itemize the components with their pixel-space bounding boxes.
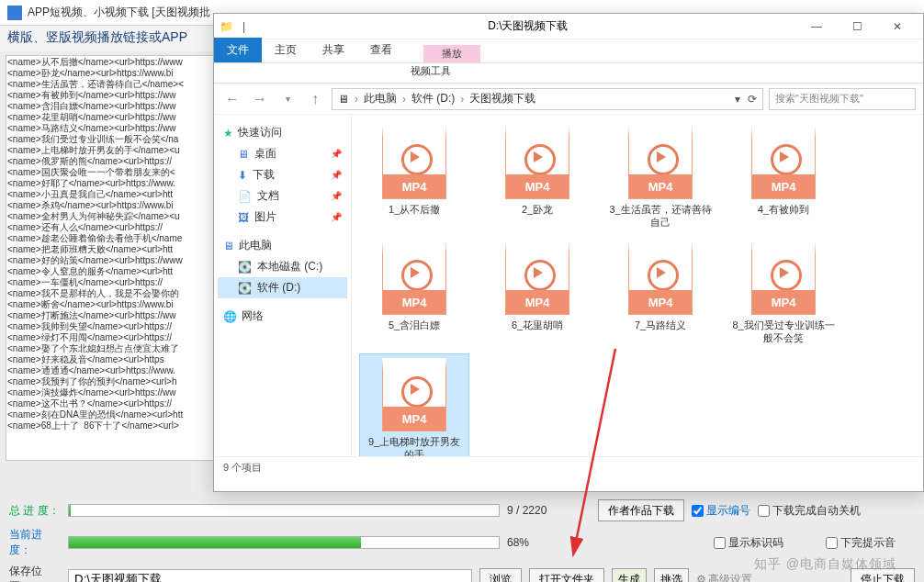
file-item[interactable]: MP42_卧龙 xyxy=(482,122,592,232)
show-code-checkbox[interactable]: 显示标识码 xyxy=(714,535,783,551)
maximize-button[interactable]: ☐ xyxy=(837,14,877,39)
file-item[interactable]: MP46_花里胡哨 xyxy=(482,238,592,348)
total-progress-label: 总 进 度： xyxy=(9,503,61,519)
done-sound-checkbox[interactable]: 下完提示音 xyxy=(826,535,896,551)
file-name: 4_有被帅到 xyxy=(732,203,835,216)
sidebar-item-desktop[interactable]: 🖥桌面📌 xyxy=(218,143,347,164)
nav-forward-button[interactable]: → xyxy=(249,88,271,110)
window-path: D:\天图视频下载 xyxy=(488,18,568,34)
pick-button[interactable]: 挑选 xyxy=(654,568,689,582)
file-item[interactable]: MP44_有被帅到 xyxy=(728,122,839,232)
search-input[interactable]: 搜索"天图视频下载" xyxy=(769,88,916,110)
file-item[interactable]: MP43_生活虽苦，还请善待自己 xyxy=(605,122,716,232)
current-progress-text: 68% xyxy=(507,536,529,549)
sidebar-this-pc[interactable]: 🖥此电脑 xyxy=(218,235,347,256)
nav-back-button[interactable]: ← xyxy=(221,88,243,110)
save-location-label: 保存位置： xyxy=(9,564,61,582)
current-progress-bar xyxy=(68,536,500,549)
mp4-icon: MP4 xyxy=(628,241,693,315)
author-download-button[interactable]: 作者作品下载 xyxy=(598,499,684,521)
folder-icon: 📁 xyxy=(220,20,233,33)
file-name: 3_生活虽苦，还请善待自己 xyxy=(609,203,712,229)
file-item[interactable]: MP47_马路结义 xyxy=(605,238,716,348)
open-folder-button[interactable]: 打开文件夹 xyxy=(529,568,604,582)
explorer-content[interactable]: MP41_从不后撤MP42_卧龙MP43_生活虽苦，还请善待自己MP44_有被帅… xyxy=(352,115,923,456)
sidebar-item-pictures[interactable]: 🖼图片📌 xyxy=(218,207,347,228)
tab-view[interactable]: 查看 xyxy=(357,38,405,62)
address-bar-row: ← → ▾ ↑ 🖥› 此电脑› 软件 (D:)› 天图视频下载 ▾ ⟳ 搜索"天… xyxy=(214,84,923,115)
mp4-icon: MP4 xyxy=(382,241,446,315)
sidebar-item-downloads[interactable]: ⬇下载📌 xyxy=(218,164,347,185)
file-item[interactable]: MP41_从不后撤 xyxy=(359,122,469,232)
app-icon xyxy=(7,6,22,20)
total-progress-bar xyxy=(68,504,500,517)
mp4-icon: MP4 xyxy=(382,126,446,199)
dropdown-icon[interactable]: ▾ xyxy=(735,93,740,106)
minimize-button[interactable]: — xyxy=(796,14,837,39)
file-name: 5_含泪白嫖 xyxy=(363,319,466,331)
breadcrumb[interactable]: 🖥› 此电脑› 软件 (D:)› 天图视频下载 ▾ ⟳ xyxy=(332,88,763,110)
mp4-icon: MP4 xyxy=(382,358,446,431)
file-name: 2_卧龙 xyxy=(486,203,589,216)
file-explorer-window: 📁 | D:\天图视频下载 — ☐ ✕ 文件 主页 共享 查看 播放 视频工具 … xyxy=(213,13,924,492)
auto-shutdown-checkbox[interactable]: 下载完成自动关机 xyxy=(758,503,861,519)
file-item[interactable]: MP45_含泪白嫖 xyxy=(359,238,469,348)
tab-share[interactable]: 共享 xyxy=(310,38,357,62)
mp4-icon: MP4 xyxy=(628,126,693,199)
close-button[interactable]: ✕ xyxy=(877,14,918,39)
browse-button[interactable]: 浏览 xyxy=(479,568,522,582)
sidebar-quick-access[interactable]: ★快速访问 xyxy=(218,122,347,143)
nav-history-button[interactable]: ▾ xyxy=(276,88,299,110)
ribbon-tabs: 文件 主页 共享 查看 播放 xyxy=(214,39,923,63)
total-progress-text: 9 / 2220 xyxy=(507,504,547,517)
file-name: 8_我们受过专业训练一般不会笑 xyxy=(732,319,835,344)
sidebar-item-soft-d[interactable]: 💽软件 (D:) xyxy=(218,277,347,298)
save-path-input[interactable] xyxy=(68,569,472,582)
advanced-settings-link[interactable]: ⚙高级设置 xyxy=(696,572,752,583)
mp4-icon: MP4 xyxy=(751,241,816,315)
app-title: APP短视频、小视频下载 [天图视频批 xyxy=(28,5,210,20)
mp4-icon: MP4 xyxy=(505,241,569,315)
file-item[interactable]: MP48_我们受过专业训练一般不会笑 xyxy=(728,238,839,348)
watermark: 知乎 @电商自媒体领域 xyxy=(754,556,896,573)
pc-icon: 🖥 xyxy=(338,93,349,106)
mp4-icon: MP4 xyxy=(505,126,569,199)
tab-video-tools[interactable]: 视频工具 xyxy=(398,60,464,83)
file-name: 9_上电梯时放开男友的手 xyxy=(364,435,465,456)
tab-file[interactable]: 文件 xyxy=(214,38,262,62)
sidebar-network[interactable]: 🌐网络 xyxy=(218,306,347,327)
sidebar-item-local-c[interactable]: 💽本地磁盘 (C:) xyxy=(218,256,347,277)
nav-up-button[interactable]: ↑ xyxy=(304,88,326,110)
url-list[interactable]: <name>从不后撤</name><url>https://www <name>… xyxy=(6,55,219,461)
tab-home[interactable]: 主页 xyxy=(262,38,310,62)
show-number-checkbox[interactable]: 显示编号 xyxy=(692,503,750,519)
refresh-icon[interactable]: ⟳ xyxy=(748,93,757,106)
file-name: 6_花里胡哨 xyxy=(486,319,589,331)
file-name: 7_马路结义 xyxy=(609,319,712,331)
file-name: 1_从不后撤 xyxy=(363,203,466,216)
explorer-sidebar: ★快速访问 🖥桌面📌 ⬇下载📌 📄文档📌 🖼图片📌 🖥此电脑 💽本地磁盘 (C:… xyxy=(214,115,352,456)
explorer-titlebar[interactable]: 📁 | D:\天图视频下载 — ☐ ✕ xyxy=(214,14,923,39)
generate-button[interactable]: 生成 xyxy=(612,568,647,582)
mp4-icon: MP4 xyxy=(751,126,816,199)
file-item[interactable]: MP49_上电梯时放开男友的手 xyxy=(359,353,469,456)
sidebar-item-documents[interactable]: 📄文档📌 xyxy=(218,185,347,207)
current-progress-label: 当前进度： xyxy=(9,527,61,558)
explorer-statusbar: 9 个项目 xyxy=(214,456,923,478)
